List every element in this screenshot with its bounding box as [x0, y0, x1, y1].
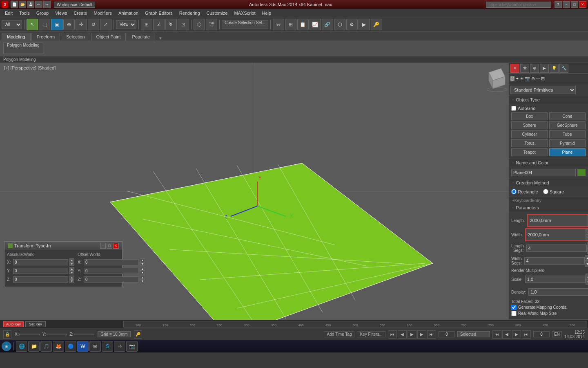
- object-name-input[interactable]: [511, 169, 576, 176]
- plane-btn[interactable]: Plane: [549, 148, 586, 156]
- menu-maxscript[interactable]: MAXScript: [231, 10, 259, 16]
- menu-tools[interactable]: Tools: [16, 10, 33, 16]
- menu-views[interactable]: Views: [52, 10, 70, 16]
- menu-graph-editors[interactable]: Graph Editors: [142, 10, 176, 16]
- frame-count-input[interactable]: [533, 331, 550, 337]
- create-panel-btn[interactable]: ✦: [510, 64, 519, 73]
- undo-btn[interactable]: ↩: [35, 1, 42, 8]
- schematic-view[interactable]: 🔗: [322, 19, 333, 30]
- teapot-btn[interactable]: Teapot: [511, 148, 548, 156]
- torus-btn[interactable]: Torus: [511, 139, 548, 147]
- spacewarps-btn[interactable]: 〰: [536, 76, 540, 81]
- keyframe-nav3[interactable]: ▶: [512, 330, 521, 339]
- mirror-btn[interactable]: ⇔: [273, 19, 284, 30]
- name-color-header[interactable]: − Name and Color: [509, 159, 588, 166]
- y-spin-down[interactable]: ▼: [69, 271, 74, 274]
- object-type-header[interactable]: − Object Type: [509, 96, 588, 103]
- menu-modifiers[interactable]: Modifiers: [90, 10, 115, 16]
- polygon-modeling-btn[interactable]: Polygon Modeling: [3, 43, 43, 54]
- modify-panel-btn[interactable]: ⚒: [520, 64, 529, 73]
- rotate-tool[interactable]: ↺: [88, 19, 99, 30]
- material-editor[interactable]: ⬡: [334, 19, 345, 30]
- real-world-map-cb[interactable]: [511, 311, 517, 316]
- menu-rendering[interactable]: Rendering: [176, 10, 203, 16]
- creation-method-header[interactable]: − Creation Method: [509, 179, 588, 186]
- taskbar-envelope[interactable]: ✉: [89, 341, 101, 352]
- scale-input[interactable]: [525, 276, 586, 283]
- width-spin-down[interactable]: ▼: [586, 235, 588, 240]
- maximize-btn[interactable]: □: [571, 1, 578, 8]
- yo-spin-down[interactable]: ▼: [140, 271, 145, 274]
- dialog-titlebar[interactable]: Transform Type-In − □ ✕: [4, 242, 122, 250]
- generate-mapping-cb[interactable]: [511, 305, 517, 310]
- dialog-maximize[interactable]: □: [107, 243, 112, 249]
- rectangle-option[interactable]: Rectangle: [511, 189, 538, 194]
- keyframe-nav1[interactable]: ⏮: [492, 330, 501, 339]
- status-icon[interactable]: 🔒: [3, 330, 11, 339]
- menu-group[interactable]: Group: [33, 10, 52, 16]
- z-abs-spin-down[interactable]: ▼: [69, 279, 74, 283]
- square-option[interactable]: Square: [543, 189, 564, 194]
- spinner-snap[interactable]: ⊡: [178, 19, 189, 30]
- sphere-btn[interactable]: Sphere: [511, 121, 548, 129]
- new-btn[interactable]: 📄: [11, 1, 18, 8]
- x-spin-down[interactable]: ▼: [69, 262, 74, 266]
- tab-populate[interactable]: Populate: [127, 33, 155, 40]
- prev-frame-btn[interactable]: ◀: [398, 330, 407, 339]
- z-absolute-input[interactable]: [13, 276, 68, 283]
- xo-spin-down[interactable]: ▼: [140, 262, 145, 266]
- zo-spin-up[interactable]: ▲: [140, 276, 145, 279]
- xo-spin-up[interactable]: ▲: [140, 258, 145, 262]
- ws-spin-down[interactable]: ▼: [585, 261, 588, 267]
- menu-animation[interactable]: Animation: [115, 10, 142, 16]
- set-key-btn[interactable]: Set Key: [25, 321, 46, 327]
- width-segs-input[interactable]: [524, 257, 585, 265]
- auto-key[interactable]: 🔑: [371, 19, 382, 30]
- keyboard-entry-section[interactable]: + KeyboardEntry: [509, 197, 588, 204]
- z-offset-input[interactable]: [84, 276, 139, 283]
- z-abs-spin-up[interactable]: ▲: [69, 276, 74, 279]
- taskbar-ie[interactable]: 🌐: [16, 341, 27, 352]
- align-btn[interactable]: ⊞: [285, 19, 296, 30]
- next-frame-btn[interactable]: ▶: [417, 330, 426, 339]
- open-btn[interactable]: 📂: [19, 1, 26, 8]
- motion-panel-btn[interactable]: ▶: [540, 64, 549, 73]
- select-box[interactable]: ▣: [51, 19, 62, 30]
- tab-modeling[interactable]: Modeling: [2, 33, 31, 40]
- ls-spin-up[interactable]: ▲: [587, 242, 588, 248]
- width-spin-up[interactable]: ▲: [586, 229, 588, 235]
- tube-btn[interactable]: Tube: [549, 130, 586, 138]
- search-input[interactable]: [486, 2, 551, 8]
- layer-manager[interactable]: 📋: [297, 19, 309, 30]
- isolate-select[interactable]: ⬡: [194, 19, 205, 30]
- taskbar-skype[interactable]: S: [102, 341, 113, 352]
- current-frame-input[interactable]: [439, 331, 455, 337]
- zo-spin-down[interactable]: ▼: [140, 279, 145, 283]
- add-time-tag-btn[interactable]: Add Time Tag: [324, 331, 354, 337]
- primitive-type-select[interactable]: Standard Primitives: [510, 86, 576, 94]
- viewport[interactable]: [+] [Perspective] [Shaded]: [0, 63, 508, 320]
- taskbar-app1[interactable]: ⇒: [114, 341, 125, 352]
- helpers-btn[interactable]: ⊕: [531, 76, 535, 81]
- geometry-btn[interactable]: ⬡: [510, 76, 514, 81]
- goto-start-btn[interactable]: ⏮: [388, 330, 397, 339]
- view-cube[interactable]: [481, 66, 505, 91]
- view-dropdown[interactable]: View: [116, 20, 136, 29]
- render-setup[interactable]: ⚙: [346, 19, 358, 30]
- menu-edit[interactable]: Edit: [2, 10, 16, 16]
- tab-selection[interactable]: Selection: [61, 33, 90, 40]
- close-btn[interactable]: ✕: [579, 1, 586, 8]
- autogrid-checkbox[interactable]: [511, 106, 516, 111]
- filter-dropdown[interactable]: All: [2, 20, 22, 29]
- dialog-minimize[interactable]: −: [100, 243, 106, 249]
- cameras-btn[interactable]: 📷: [525, 76, 530, 81]
- tab-object-paint[interactable]: Object Paint: [91, 33, 126, 40]
- menu-customize[interactable]: Customize: [203, 10, 231, 16]
- display-panel-btn[interactable]: 💡: [550, 64, 559, 73]
- timeline[interactable]: 100 150 200 250 300 350 400 450 500 550 …: [123, 321, 587, 328]
- create-selection-btn[interactable]: Create Selection Sel...: [222, 20, 268, 29]
- square-radio[interactable]: [543, 189, 548, 194]
- workspace-dropdown[interactable]: Workspace: Default: [54, 2, 95, 8]
- snap-toggle[interactable]: ⊞: [141, 19, 152, 30]
- color-swatch[interactable]: [577, 169, 586, 176]
